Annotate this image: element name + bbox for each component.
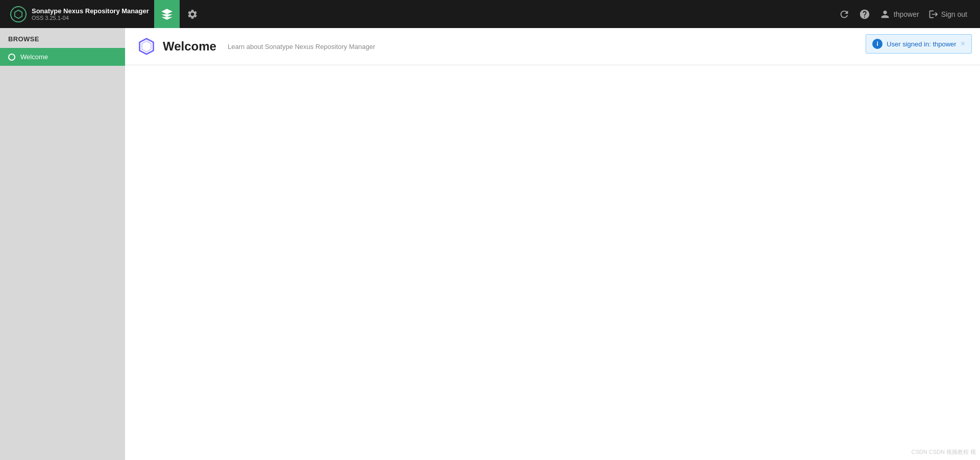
svg-marker-2 (142, 41, 151, 52)
info-banner: i User signed in: thpower × (866, 34, 972, 54)
svg-marker-0 (15, 10, 22, 18)
layout: Browse Welcome Welcome Learn about Sonat… (0, 28, 980, 460)
signout-button[interactable]: Sign out (928, 9, 967, 19)
signout-icon (928, 9, 939, 19)
sidebar-section-browse: Browse (0, 28, 125, 48)
signout-label: Sign out (941, 10, 967, 18)
page-subtitle: Learn about Sonatype Nexus Repository Ma… (228, 43, 375, 50)
sidebar-item-dot (8, 54, 15, 61)
sidebar: Browse Welcome (0, 28, 125, 460)
gear-icon (187, 9, 198, 20)
header-right: thpower Sign out (839, 9, 975, 20)
logo-area: Sonatype Nexus Repository Manager OSS 3.… (5, 6, 154, 22)
welcome-header-bar: Welcome Learn about Sonatype Nexus Repos… (125, 28, 980, 65)
main-content: Welcome Learn about Sonatype Nexus Repos… (125, 28, 980, 460)
header: Sonatype Nexus Repository Manager OSS 3.… (0, 0, 980, 28)
help-button[interactable] (859, 9, 870, 20)
refresh-button[interactable] (839, 9, 850, 20)
user-icon (879, 9, 891, 20)
info-banner-close-button[interactable]: × (961, 40, 965, 48)
info-icon: i (872, 39, 883, 49)
info-banner-text: User signed in: thpower (887, 40, 957, 48)
welcome-logo-icon (137, 37, 156, 56)
box-icon (160, 8, 174, 21)
help-icon (859, 9, 870, 20)
refresh-icon (839, 9, 850, 20)
logo-hex-svg (14, 10, 23, 19)
sidebar-item-label: Welcome (20, 53, 48, 61)
repository-nav-button[interactable] (154, 0, 180, 28)
page-title: Welcome (163, 39, 216, 54)
logo-icon (10, 6, 27, 22)
sidebar-item-welcome[interactable]: Welcome (0, 48, 125, 66)
settings-button[interactable] (180, 0, 205, 28)
watermark: CSDN CSDN 视频教程 视 (911, 448, 976, 456)
app-version: OSS 3.25.1-04 (32, 15, 149, 21)
user-menu[interactable]: thpower (879, 9, 919, 20)
username-label: thpower (894, 10, 919, 18)
app-name: Sonatype Nexus Repository Manager (32, 7, 149, 15)
title-area: Sonatype Nexus Repository Manager OSS 3.… (32, 7, 149, 21)
